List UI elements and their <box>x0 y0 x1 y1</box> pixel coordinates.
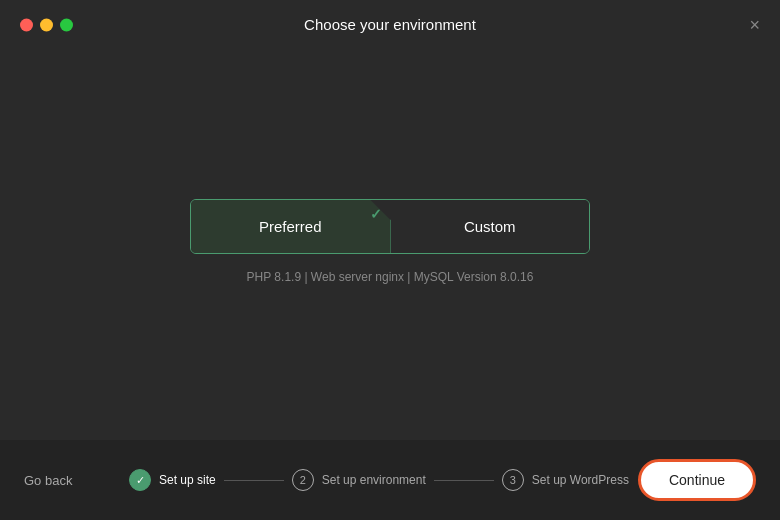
step-1-label: Set up site <box>159 473 216 487</box>
steps-bar: ✓ Set up site 2 Set up environment 3 Set… <box>120 469 638 491</box>
title-bar: Choose your environment × <box>0 0 780 49</box>
window-controls <box>20 18 73 31</box>
minimize-button[interactable] <box>40 18 53 31</box>
go-back-button[interactable]: Go back <box>24 473 72 488</box>
continue-section: Continue <box>638 459 780 501</box>
step-2-label: Set up environment <box>322 473 426 487</box>
step-1-check: ✓ <box>136 474 145 487</box>
step-1: ✓ Set up site <box>129 469 216 491</box>
custom-label: Custom <box>464 218 516 235</box>
step-3: 3 Set up WordPress <box>502 469 629 491</box>
main-content: Preferred Custom PHP 8.1.9 | Web server … <box>0 49 780 434</box>
environment-subtitle: PHP 8.1.9 | Web server nginx | MySQL Ver… <box>247 270 534 284</box>
step-2-num: 2 <box>300 474 306 486</box>
step-3-label: Set up WordPress <box>532 473 629 487</box>
close-button[interactable] <box>20 18 33 31</box>
step-3-num: 3 <box>510 474 516 486</box>
preferred-label: Preferred <box>259 218 322 235</box>
step-connector-2 <box>434 480 494 481</box>
back-section: Go back <box>0 471 120 489</box>
step-connector-1 <box>224 480 284 481</box>
maximize-button[interactable] <box>60 18 73 31</box>
step-1-number: ✓ <box>129 469 151 491</box>
step-2: 2 Set up environment <box>292 469 426 491</box>
environment-selector: Preferred Custom <box>190 199 590 254</box>
preferred-option[interactable]: Preferred <box>191 200 391 253</box>
bottom-bar: Go back ✓ Set up site 2 Set up environme… <box>0 440 780 520</box>
dialog-title: Choose your environment <box>304 16 476 33</box>
step-2-number: 2 <box>292 469 314 491</box>
step-3-number: 3 <box>502 469 524 491</box>
custom-option[interactable]: Custom <box>391 200 590 253</box>
dialog-close-icon[interactable]: × <box>749 16 760 34</box>
continue-button[interactable]: Continue <box>638 459 756 501</box>
